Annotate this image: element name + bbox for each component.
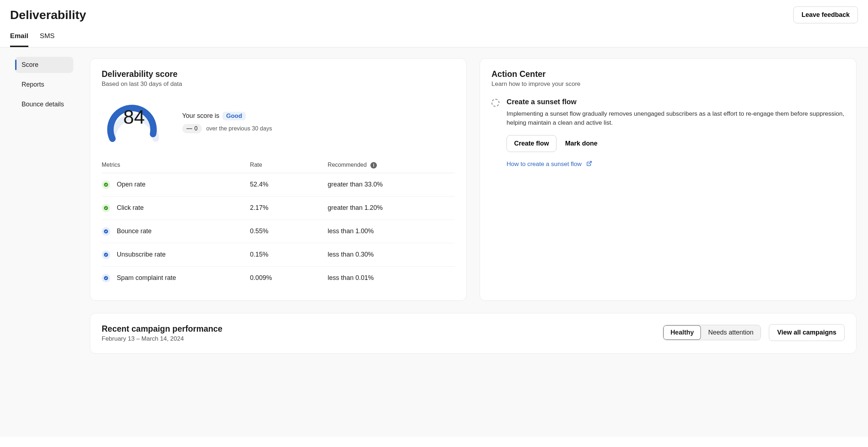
leave-feedback-button[interactable]: Leave feedback xyxy=(793,6,858,23)
external-link-icon xyxy=(586,161,592,168)
metric-recommended: greater than 1.20% xyxy=(328,196,455,220)
table-row: Unsubscribe rate0.15%less than 0.30% xyxy=(102,243,455,266)
table-row: Click rate2.17%greater than 1.20% xyxy=(102,196,455,220)
status-check-icon xyxy=(102,180,110,189)
score-card-subtitle: Based on last 30 days of data xyxy=(102,80,455,88)
score-card-title: Deliverability score xyxy=(102,69,455,79)
recent-title: Recent campaign performance xyxy=(102,324,222,334)
table-row: Open rate52.4%greater than 33.0% xyxy=(102,173,455,196)
score-delta-suffix: over the previous 30 days xyxy=(206,125,272,132)
metric-rate: 0.009% xyxy=(250,266,328,290)
sidebar: Score Reports Bounce details xyxy=(0,47,83,437)
action-item-description: Implementing a sunset flow gradually rem… xyxy=(507,110,845,127)
seg-needs-attention[interactable]: Needs attention xyxy=(701,325,761,340)
status-check-icon xyxy=(102,204,110,212)
table-row: Bounce rate0.55%less than 1.00% xyxy=(102,220,455,243)
svg-line-5 xyxy=(588,161,591,164)
tab-email[interactable]: Email xyxy=(10,32,28,47)
score-status-badge: Good xyxy=(222,112,245,120)
score-status-line: Your score is Good xyxy=(182,112,272,120)
metric-rate: 0.15% xyxy=(250,243,328,266)
metric-recommended: less than 0.30% xyxy=(328,243,455,266)
metric-rate: 52.4% xyxy=(250,173,328,196)
score-number: 84 xyxy=(102,106,166,128)
metric-recommended: less than 1.00% xyxy=(328,220,455,243)
metric-recommended: less than 0.01% xyxy=(328,266,455,290)
metric-rate: 2.17% xyxy=(250,196,328,220)
create-flow-button[interactable]: Create flow xyxy=(507,135,557,152)
health-segmented-control: Healthy Needs attention xyxy=(663,325,761,340)
status-check-icon xyxy=(102,250,110,259)
info-icon[interactable]: i xyxy=(370,162,377,169)
metric-name: Spam complaint rate xyxy=(117,274,176,281)
channel-tabs: Email SMS xyxy=(0,23,868,47)
seg-healthy[interactable]: Healthy xyxy=(663,325,701,340)
action-item-title: Create a sunset flow xyxy=(507,98,845,106)
metric-name: Bounce rate xyxy=(117,227,152,235)
sidebar-item-bounce-details[interactable]: Bounce details xyxy=(15,96,73,112)
delta-neutral-icon: — xyxy=(186,125,192,132)
tab-sms[interactable]: SMS xyxy=(40,32,55,47)
score-status-prefix: Your score is xyxy=(182,112,219,119)
sidebar-item-reports[interactable]: Reports xyxy=(15,77,73,93)
metric-name: Click rate xyxy=(117,204,144,211)
score-gauge: 84 xyxy=(102,96,166,149)
metric-recommended: greater than 33.0% xyxy=(328,173,455,196)
col-metrics: Metrics xyxy=(102,157,250,173)
action-center-card: Action Center Learn how to improve your … xyxy=(480,58,857,301)
recent-campaign-card: Recent campaign performance February 13 … xyxy=(90,313,857,354)
recent-date-range: February 13 – March 14, 2024 xyxy=(102,335,222,342)
view-all-campaigns-button[interactable]: View all campaigns xyxy=(769,324,845,341)
metric-name: Open rate xyxy=(117,181,146,188)
action-center-subtitle: Learn how to improve your score xyxy=(491,80,845,88)
metric-name: Unsubscribe rate xyxy=(117,251,166,258)
metrics-table: Metrics Rate Recommended i Open rate52.4… xyxy=(102,157,455,290)
col-recommended: Recommended i xyxy=(328,157,455,173)
deliverability-score-card: Deliverability score Based on last 30 da… xyxy=(90,58,467,301)
metric-rate: 0.55% xyxy=(250,220,328,243)
col-rate: Rate xyxy=(250,157,328,173)
how-to-link[interactable]: How to create a sunset flow xyxy=(507,161,592,167)
status-check-icon xyxy=(102,274,110,282)
incomplete-status-icon xyxy=(491,99,499,107)
score-delta-pill: — 0 xyxy=(182,124,202,133)
sidebar-item-score[interactable]: Score xyxy=(15,57,73,73)
mark-done-button[interactable]: Mark done xyxy=(565,140,597,147)
table-row: Spam complaint rate0.009%less than 0.01% xyxy=(102,266,455,290)
action-center-title: Action Center xyxy=(491,69,845,79)
score-delta-value: 0 xyxy=(194,125,198,132)
page-title: Deliverability xyxy=(10,8,86,22)
status-check-icon xyxy=(102,227,110,236)
